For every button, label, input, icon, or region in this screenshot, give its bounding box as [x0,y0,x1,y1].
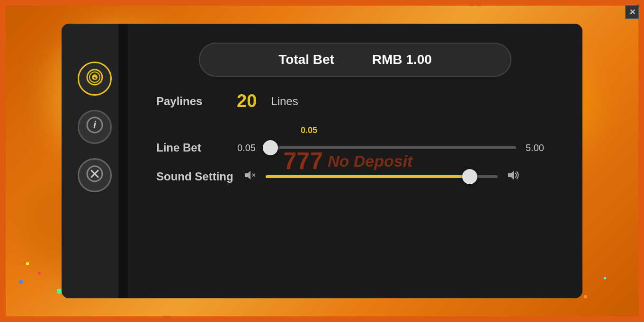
content-area: Total Bet RMB 1.00 Paylines 20 Lines 0.0… [128,24,582,298]
confetti [604,277,606,279]
chip-button[interactable]: $ [78,62,112,96]
sound-section: Sound Setting ✕ [156,169,554,185]
x-icon [86,165,103,186]
line-bet-thumb[interactable] [263,140,278,155]
volume-high-icon[interactable] [507,169,520,185]
close-button[interactable] [78,158,112,192]
sound-slider-fill [266,175,470,178]
confetti [38,272,41,275]
paylines-section: Paylines 20 Lines [156,91,554,111]
sound-slider[interactable] [266,175,498,178]
total-bet-bar: Total Bet RMB 1.00 [199,43,511,77]
svg-text:$: $ [94,76,96,80]
window-close-button[interactable]: ✕ [625,5,639,19]
line-bet-slider[interactable] [265,146,516,149]
sound-slider-row: Sound Setting ✕ [156,169,554,185]
info-button[interactable]: i [78,110,112,144]
confetti [19,280,23,284]
sound-slider-thumb[interactable] [462,169,477,184]
chip-icon: $ [86,69,103,89]
line-bet-slider-row: Line Bet 0.05 5.00 [156,141,554,154]
sound-label: Sound Setting [156,170,233,183]
paylines-label: Paylines [156,95,223,108]
svg-marker-9 [245,171,250,179]
line-bet-min: 0.05 [232,143,256,153]
confetti [584,295,587,298]
info-icon: i [86,116,103,137]
svg-text:✕: ✕ [251,172,256,178]
line-bet-label: Line Bet [156,141,223,154]
confetti [26,262,29,265]
line-bet-section: 0.05 Line Bet 0.05 5.00 [156,125,554,154]
close-x-icon: ✕ [629,8,635,17]
paylines-row: Paylines 20 Lines [156,91,554,111]
total-bet-value: RMB 1.00 [372,52,432,67]
confetti [57,289,62,294]
line-bet-tooltip: 0.05 [301,125,317,135]
paylines-value: 20 [237,91,257,111]
sidebar: $ i [62,24,128,298]
total-bet-label: Total Bet [278,52,334,67]
svg-marker-11 [508,171,514,179]
main-panel: $ i [62,24,582,298]
line-bet-max: 5.00 [526,143,554,153]
paylines-unit: Lines [271,95,298,108]
svg-text:i: i [93,119,97,131]
background: ✕ $ i [0,0,644,322]
volume-mute-icon[interactable]: ✕ [243,169,256,185]
